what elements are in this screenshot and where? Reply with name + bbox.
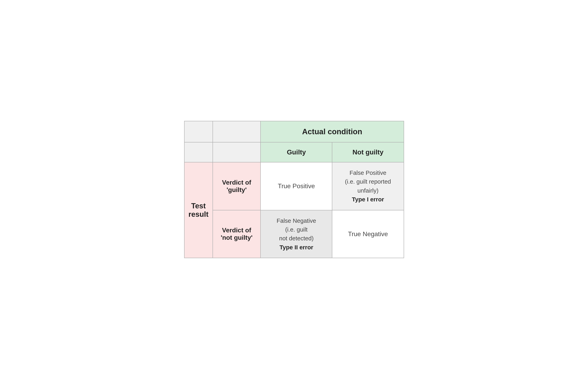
confusion-matrix-table: Actual condition Guilty Not guilty Test … <box>184 121 404 258</box>
empty-cell-sub-left-2 <box>213 142 261 162</box>
false-positive-cell: False Positive(i.e. guilt reportedunfair… <box>332 162 404 210</box>
true-positive-cell: True Positive <box>261 162 332 210</box>
actual-condition-header: Actual condition <box>261 121 404 142</box>
empty-cell-top-left-2 <box>213 121 261 142</box>
type-I-error-label: Type I error <box>352 196 384 203</box>
false-positive-description: False Positive(i.e. guilt reportedunfair… <box>345 169 391 194</box>
guilty-header: Guilty <box>261 142 332 162</box>
confusion-matrix-container: Actual condition Guilty Not guilty Test … <box>184 121 404 258</box>
false-negative-description: False Negative(i.e. guiltnot detected) <box>277 217 316 242</box>
empty-cell-top-left-1 <box>184 121 213 142</box>
empty-cell-sub-left-1 <box>184 142 213 162</box>
false-negative-cell: False Negative(i.e. guiltnot detected) T… <box>261 210 332 258</box>
test-result-label: Test result <box>184 162 213 258</box>
not-guilty-header: Not guilty <box>332 142 404 162</box>
type-II-error-label: Type II error <box>279 244 313 251</box>
verdict-not-guilty-label: Verdict of 'not guilty' <box>213 210 261 258</box>
true-negative-cell: True Negative <box>332 210 404 258</box>
verdict-guilty-label: Verdict of 'guilty' <box>213 162 261 210</box>
